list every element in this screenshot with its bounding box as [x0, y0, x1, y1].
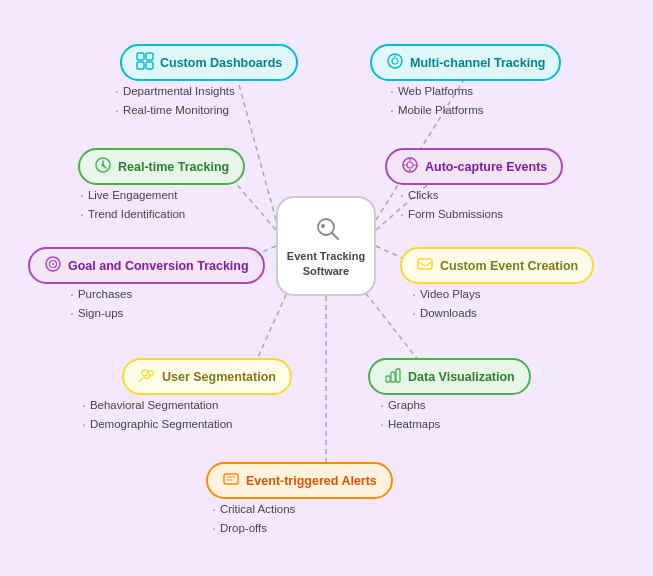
multi-channel-label: Multi-channel Tracking — [410, 56, 545, 70]
svg-rect-29 — [391, 372, 395, 382]
user-segmentation-subitems: Behavioral Segmentation Demographic Segm… — [82, 394, 232, 435]
node-multi-channel: Multi-channel Tracking — [370, 44, 561, 81]
sub-item: Trend Identification — [80, 206, 185, 222]
goal-conversion-label: Goal and Conversion Tracking — [68, 259, 249, 273]
svg-rect-12 — [146, 53, 153, 60]
auto-capture-label: Auto-capture Events — [425, 160, 547, 174]
sub-item: Web Platforms — [390, 83, 484, 99]
mind-map-diagram: Event Tracking Software Custom Dashboard… — [0, 0, 653, 576]
node-custom-event: Custom Event Creation — [400, 247, 594, 284]
event-triggered-icon — [222, 470, 240, 491]
sub-item: Heatmaps — [380, 416, 440, 432]
goal-conversion-subitems: Purchases Sign-ups — [70, 283, 132, 324]
svg-rect-14 — [146, 62, 153, 69]
custom-event-subitems: Video Plays Downloads — [412, 283, 480, 324]
user-seg-icon — [138, 366, 156, 387]
svg-line-0 — [235, 70, 276, 220]
data-viz-icon — [384, 366, 402, 387]
multi-channel-icon — [386, 52, 404, 73]
sub-item: Sign-ups — [70, 305, 132, 321]
node-user-segmentation: User Segmentation — [122, 358, 292, 395]
svg-point-26 — [142, 370, 148, 376]
sub-item: Form Submissions — [400, 206, 503, 222]
center-label: Event Tracking Software — [278, 249, 374, 280]
realtime-icon — [94, 156, 112, 177]
svg-rect-25 — [418, 259, 432, 269]
center-node: Event Tracking Software — [276, 196, 376, 296]
sub-item: Critical Actions — [212, 501, 295, 517]
node-data-visualization: Data Visualization — [368, 358, 531, 395]
custom-dashboards-subitems: Departmental Insights Real-time Monitori… — [115, 80, 235, 121]
realtime-label: Real-time Tracking — [118, 160, 229, 174]
custom-event-icon — [416, 255, 434, 276]
sub-item: Departmental Insights — [115, 83, 235, 99]
sub-item: Real-time Monitoring — [115, 102, 235, 118]
svg-point-27 — [149, 371, 154, 376]
svg-rect-31 — [224, 474, 238, 484]
event-triggered-subitems: Critical Actions Drop-offs — [212, 498, 295, 539]
svg-point-21 — [407, 162, 413, 168]
svg-rect-30 — [396, 369, 400, 382]
svg-point-24 — [52, 263, 54, 265]
node-auto-capture: Auto-capture Events — [385, 148, 563, 185]
realtime-subitems: Live Engagement Trend Identification — [80, 184, 185, 225]
svg-rect-11 — [137, 53, 144, 60]
sub-item: Graphs — [380, 397, 440, 413]
svg-rect-28 — [386, 376, 390, 382]
svg-point-16 — [392, 58, 398, 64]
node-goal-conversion: Goal and Conversion Tracking — [28, 247, 265, 284]
svg-point-19 — [102, 164, 105, 167]
sub-item: Live Engagement — [80, 187, 185, 203]
custom-event-label: Custom Event Creation — [440, 259, 578, 273]
svg-point-10 — [321, 224, 325, 228]
user-segmentation-label: User Segmentation — [162, 370, 276, 384]
multi-channel-subitems: Web Platforms Mobile Platforms — [390, 80, 484, 121]
sub-item: Clicks — [400, 187, 503, 203]
sub-item: Purchases — [70, 286, 132, 302]
auto-capture-subitems: Clicks Form Submissions — [400, 184, 503, 225]
goal-icon — [44, 255, 62, 276]
data-visualization-subitems: Graphs Heatmaps — [380, 394, 440, 435]
auto-capture-icon — [401, 156, 419, 177]
sub-item: Behavioral Segmentation — [82, 397, 232, 413]
event-triggered-label: Event-triggered Alerts — [246, 474, 377, 488]
node-custom-dashboards: Custom Dashboards — [120, 44, 298, 81]
data-visualization-label: Data Visualization — [408, 370, 515, 384]
sub-item: Video Plays — [412, 286, 480, 302]
sub-item: Downloads — [412, 305, 480, 321]
custom-dashboards-icon — [136, 52, 154, 73]
node-event-triggered: Event-triggered Alerts — [206, 462, 393, 499]
node-realtime-tracking: Real-time Tracking — [78, 148, 245, 185]
custom-dashboards-label: Custom Dashboards — [160, 56, 282, 70]
sub-item: Demographic Segmentation — [82, 416, 232, 432]
sub-item: Drop-offs — [212, 520, 295, 536]
sub-item: Mobile Platforms — [390, 102, 484, 118]
svg-rect-13 — [137, 62, 144, 69]
